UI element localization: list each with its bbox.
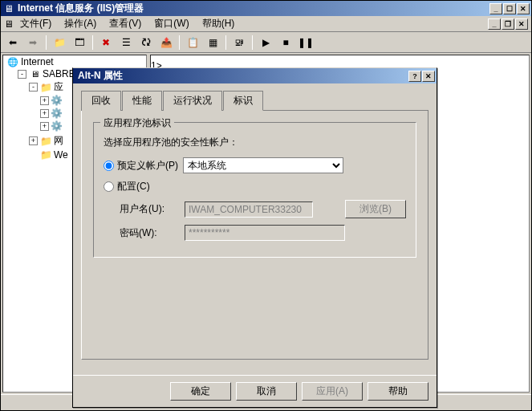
gear-icon: ⚙️ xyxy=(51,95,63,106)
export-button[interactable]: 📤 xyxy=(157,34,175,51)
tab-performance[interactable]: 性能 xyxy=(122,91,162,111)
mdi-restore-button[interactable]: ❐ xyxy=(502,18,514,30)
menu-file[interactable]: 文件(F) xyxy=(14,15,58,32)
expander-icon[interactable]: + xyxy=(29,136,38,145)
radio-config-input[interactable] xyxy=(104,181,114,192)
ok-button[interactable]: 确定 xyxy=(170,382,231,401)
close-button[interactable]: ✕ xyxy=(517,3,530,14)
main-titlebar: 🖥 Internet 信息服务 (IIS)管理器 _ ☐ ✕ xyxy=(1,1,531,16)
mdi-close-button[interactable]: ✕ xyxy=(515,18,528,30)
play-button[interactable]: ▶ xyxy=(257,34,274,51)
identity-groupbox: 应用程序池标识 选择应用程序池的安全性帐户： 预定义帐户(P) 本地系统 配置(… xyxy=(93,122,416,258)
groupbox-legend: 应用程序池标识 xyxy=(100,116,174,130)
folder-icon xyxy=(39,82,52,93)
show-hide-button[interactable]: 🗔 xyxy=(71,34,88,51)
expander-icon[interactable]: - xyxy=(29,83,38,92)
radio-predefined[interactable]: 预定义帐户(P) xyxy=(104,159,178,173)
app-icon: 🖥 xyxy=(2,2,15,15)
help-button[interactable]: 帮助 xyxy=(368,382,428,401)
dialog-body: 回收 性能 运行状况 标识 应用程序池标识 选择应用程序池的安全性帐户： 预定义… xyxy=(73,83,437,375)
expander-icon[interactable]: + xyxy=(40,109,49,118)
mdi-icon: 🖥 xyxy=(4,18,14,30)
delete-button[interactable]: ✖ xyxy=(97,34,115,51)
connect-button[interactable]: 🖳 xyxy=(230,34,248,51)
mdi-minimize-button[interactable]: _ xyxy=(488,18,501,30)
pause-button[interactable]: ❚❚ xyxy=(297,34,315,51)
tree-we[interactable]: We xyxy=(54,149,68,161)
menu-help[interactable]: 帮助(H) xyxy=(196,15,242,32)
minimize-button[interactable]: _ xyxy=(489,3,502,14)
radio-predefined-input[interactable] xyxy=(104,161,114,171)
menu-action[interactable]: 操作(A) xyxy=(58,15,103,32)
menu-window[interactable]: 窗口(W) xyxy=(148,15,195,32)
browse-button: 浏览(B) xyxy=(345,200,406,218)
stop-button[interactable]: ■ xyxy=(277,34,294,51)
tree-web[interactable]: 网 xyxy=(54,134,63,148)
password-label: 密码(W): xyxy=(120,226,180,240)
tab-strip: 回收 性能 运行状况 标识 xyxy=(81,90,428,111)
username-label: 用户名(U): xyxy=(120,202,180,216)
prompt-text: 选择应用程序池的安全性帐户： xyxy=(104,136,406,149)
dialog-titlebar: Alt-N 属性 ? ✕ xyxy=(73,68,437,83)
radio-config[interactable]: 配置(C) xyxy=(104,180,150,193)
gear-icon: ⚙️ xyxy=(51,120,63,132)
tree-app[interactable]: 应 xyxy=(54,80,63,94)
expander-icon[interactable]: + xyxy=(40,122,49,131)
up-button[interactable]: 📁 xyxy=(51,34,68,51)
menu-view[interactable]: 查看(V) xyxy=(103,15,148,32)
folder-icon xyxy=(39,149,52,161)
back-button[interactable]: ⬅ xyxy=(4,34,22,51)
tab-identity[interactable]: 标识 xyxy=(223,91,263,111)
dialog-close-button[interactable]: ✕ xyxy=(422,71,435,82)
tree-root[interactable]: Internet xyxy=(21,56,54,67)
computer-icon xyxy=(28,68,41,79)
properties-dialog: Alt-N 属性 ? ✕ 回收 性能 运行状况 标识 应用程序池标识 选择应用程… xyxy=(72,67,437,408)
toolbar: ⬅ ➡ 📁 🗔 ✖ ☰ 🗘 📤 📋 ▦ 🖳 ▶ ■ ❚❚ xyxy=(1,32,531,53)
predefined-select[interactable]: 本地系统 xyxy=(183,157,343,173)
main-title: Internet 信息服务 (IIS)管理器 xyxy=(18,2,489,15)
dialog-buttons: 确定 取消 应用(A) 帮助 xyxy=(73,375,437,407)
dialog-title: Alt-N 属性 xyxy=(75,69,408,83)
properties-button[interactable]: ☰ xyxy=(117,34,135,51)
toolbar-button-2[interactable]: ▦ xyxy=(204,34,221,51)
password-input xyxy=(185,225,345,241)
menubar: 🖥 文件(F) 操作(A) 查看(V) 窗口(W) 帮助(H) _ ❐ ✕ xyxy=(1,16,531,32)
folder-icon xyxy=(39,136,52,147)
globe-icon xyxy=(6,56,19,67)
forward-button[interactable]: ➡ xyxy=(24,34,42,51)
tree-server[interactable]: SABRE xyxy=(43,68,75,79)
dialog-help-button[interactable]: ? xyxy=(408,71,421,82)
tab-recycle[interactable]: 回收 xyxy=(81,91,121,111)
expander-icon[interactable]: + xyxy=(40,96,49,105)
apply-button: 应用(A) xyxy=(302,382,363,401)
refresh-button[interactable]: 🗘 xyxy=(137,34,155,51)
cancel-button[interactable]: 取消 xyxy=(236,382,297,401)
toolbar-button-1[interactable]: 📋 xyxy=(184,34,201,51)
tab-health[interactable]: 运行状况 xyxy=(163,91,222,111)
expander-icon[interactable]: - xyxy=(18,70,26,79)
gear-icon: ⚙️ xyxy=(51,108,63,119)
username-input xyxy=(185,201,313,218)
tab-content: 应用程序池标识 选择应用程序池的安全性帐户： 预定义帐户(P) 本地系统 配置(… xyxy=(81,111,428,360)
maximize-button[interactable]: ☐ xyxy=(503,3,516,14)
